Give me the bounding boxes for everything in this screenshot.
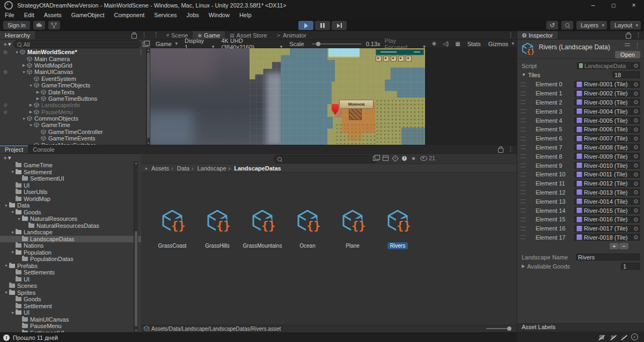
hierarchy-row[interactable]: ▼ MainUICanvas — [0, 69, 150, 75]
gizmos-dropdown[interactable]: Gizmos — [485, 41, 517, 47]
foldout-arrow-icon[interactable]: ▶ — [28, 110, 34, 114]
foldout-arrow-icon[interactable]: ▼ — [10, 311, 16, 315]
tile-object-field[interactable]: River-0011 (Tile) ⊙ — [574, 171, 640, 178]
menu-item[interactable]: Jobs — [182, 12, 204, 18]
hierarchy-row[interactable]: ▶ PauseMenu — [0, 109, 150, 115]
folder-row[interactable]: GameTime — [0, 162, 141, 169]
drag-handle-icon[interactable] — [521, 190, 526, 194]
project-tree-scrollbar[interactable]: ▲ ▼ — [134, 161, 138, 332]
object-picker-icon[interactable]: ⊙ — [632, 108, 638, 114]
object-picker-icon[interactable]: ⊙ — [632, 153, 638, 159]
undo-history-icon[interactable]: ↺ — [546, 21, 558, 29]
tile-object-field[interactable]: River-0010 (Tile) ⊙ — [574, 162, 640, 169]
foldout-arrow-icon[interactable]: ▼ — [10, 170, 16, 174]
panel-menu-icon[interactable]: ⋮ — [141, 32, 147, 39]
drag-handle-icon[interactable] — [521, 218, 526, 221]
foldout-arrow-icon[interactable]: ▼ — [14, 50, 20, 54]
object-picker-icon[interactable]: ⊙ — [632, 198, 638, 204]
foldout-arrow-icon[interactable]: ▶ — [35, 90, 41, 94]
tile-object-field[interactable]: River-0006 (Tile) ⊙ — [574, 126, 640, 133]
add-element-button[interactable]: + — [610, 243, 619, 249]
drag-handle-icon[interactable] — [521, 227, 526, 231]
breadcrumb-item[interactable]: Assets — [150, 165, 170, 172]
folder-row[interactable]: WorldMap — [0, 196, 141, 203]
foldout-arrow-icon[interactable]: ▼ — [3, 204, 9, 207]
thumbnail-size-slider[interactable] — [486, 328, 510, 329]
array-element-row[interactable]: Element 13 River-0014 (Tile) ⊙ — [517, 197, 644, 206]
breadcrumb-item[interactable]: LandscapeDatas — [228, 165, 282, 172]
foldout-arrow-icon[interactable]: ▼ — [21, 70, 27, 74]
array-element-row[interactable]: Element 2 River-0003 (Tile) ⊙ — [517, 98, 644, 107]
asset-item[interactable]: {} Plane — [332, 208, 373, 249]
debug-icon[interactable]: ❉ — [429, 41, 439, 47]
tile-object-field[interactable]: River-0012 (Tile) ⊙ — [574, 180, 640, 187]
array-element-row[interactable]: Element 4 River-0005 (Tile) ⊙ — [517, 116, 644, 125]
hierarchy-row[interactable]: ▶ GameTimeButtons — [0, 95, 150, 102]
menu-item[interactable]: Edit — [19, 12, 39, 18]
object-picker-icon[interactable]: ⊙ — [632, 162, 638, 168]
pause-button[interactable] — [315, 21, 330, 30]
folder-row[interactable]: ▼ UI — [0, 309, 141, 316]
array-size-field[interactable]: 18 — [612, 71, 640, 78]
foldout-arrow-icon[interactable]: ▶ — [35, 96, 41, 101]
menu-item[interactable]: GameObject — [67, 12, 109, 18]
object-picker-icon[interactable]: ⊙ — [632, 234, 638, 240]
drag-handle-icon[interactable] — [521, 145, 526, 149]
hierarchy-row[interactable]: ▶ DateTexts — [0, 88, 150, 95]
array-element-row[interactable]: Element 11 River-0012 (Tile) ⊙ — [517, 179, 644, 188]
array-element-row[interactable]: Element 7 River-0008 (Tile) ⊙ — [517, 143, 644, 152]
array-element-row[interactable]: Element 16 River-0017 (Tile) ⊙ — [517, 224, 644, 233]
visibility-toggle-icon[interactable] — [1, 69, 10, 75]
array-element-row[interactable]: Element 12 River-0013 (Tile) ⊙ — [517, 188, 644, 197]
drag-handle-icon[interactable] — [521, 154, 526, 158]
folder-row[interactable]: UI — [0, 276, 141, 283]
drag-handle-icon[interactable] — [521, 163, 526, 167]
tile-object-field[interactable]: River-0007 (Tile) ⊙ — [574, 135, 640, 142]
layers-dropdown[interactable]: Layers — [576, 21, 607, 29]
hierarchy-scrollbar[interactable]: ▲ ▼ — [146, 48, 150, 145]
step-button[interactable] — [332, 21, 347, 30]
array-element-row[interactable]: Element 10 River-0011 (Tile) ⊙ — [517, 170, 644, 179]
game-mode-dropdown[interactable]: Game — [152, 41, 180, 47]
folder-row[interactable]: ▼ Data — [0, 202, 141, 209]
search-everywhere-icon[interactable] — [561, 21, 573, 29]
array-element-row[interactable]: Element 6 River-0007 (Tile) ⊙ — [517, 134, 644, 143]
panel-menu-icon[interactable]: ⋮ — [635, 32, 641, 39]
tile-object-field[interactable]: River-0002 (Tile) ⊙ — [574, 90, 640, 97]
object-picker-icon[interactable]: ⊙ — [632, 172, 638, 177]
bundle-disabled-icon[interactable]: ▨ — [599, 334, 604, 340]
folder-row[interactable]: Settlements — [0, 269, 141, 276]
array-element-row[interactable]: Element 5 River-0006 (Tile) ⊙ — [517, 125, 644, 134]
foldout-arrow-icon[interactable]: ▼ — [21, 117, 27, 121]
play-button[interactable] — [298, 21, 313, 30]
object-picker-icon[interactable]: ⊙ — [632, 181, 638, 187]
lock-icon[interactable] — [498, 148, 503, 153]
visibility-toggle-icon[interactable] — [1, 109, 10, 115]
folder-row[interactable]: ▼ Goods — [0, 209, 141, 216]
folder-row[interactable]: LandscapeDatas — [0, 236, 141, 243]
folder-row[interactable]: ▼ Population — [0, 249, 141, 256]
tile-object-field[interactable]: River-0013 (Tile) ⊙ — [574, 189, 640, 196]
vsync-icon[interactable]: ▦ — [452, 41, 463, 47]
foldout-arrow-icon[interactable]: ▼ — [28, 84, 34, 87]
array-element-row[interactable]: Element 15 River-0016 (Tile) ⊙ — [517, 215, 644, 224]
menu-item[interactable]: Component — [109, 12, 149, 18]
drag-handle-icon[interactable] — [521, 173, 526, 176]
open-button[interactable]: Open — [615, 51, 640, 58]
folder-row[interactable]: ▼ Prefabs — [0, 263, 141, 270]
foldout-arrow-icon[interactable]: ▼ — [3, 291, 9, 294]
object-picker-icon[interactable]: ⊙ — [632, 189, 638, 195]
panel-tab[interactable]: Console — [28, 145, 59, 153]
hierarchy-row[interactable]: ▼ CommonObjects — [0, 115, 150, 122]
hierarchy-row[interactable]: EventSystem — [0, 76, 150, 82]
object-picker-icon[interactable]: ⊙ — [632, 207, 638, 213]
folder-row[interactable]: UI — [0, 182, 141, 189]
folder-row[interactable]: ▼ Settlement — [0, 169, 141, 176]
version-control-icon[interactable] — [48, 21, 60, 29]
remove-element-button[interactable]: − — [619, 243, 628, 249]
array-element-row[interactable]: Element 17 River-0018 (Tile) ⊙ — [517, 233, 644, 242]
maximize-button[interactable]: ▢ — [603, 0, 624, 11]
array-element-row[interactable]: Element 1 River-0002 (Tile) ⊙ — [517, 89, 644, 98]
foldout-arrow-icon[interactable]: ▼ — [10, 250, 16, 254]
foldout-arrow-icon[interactable]: ▼ — [28, 123, 34, 127]
